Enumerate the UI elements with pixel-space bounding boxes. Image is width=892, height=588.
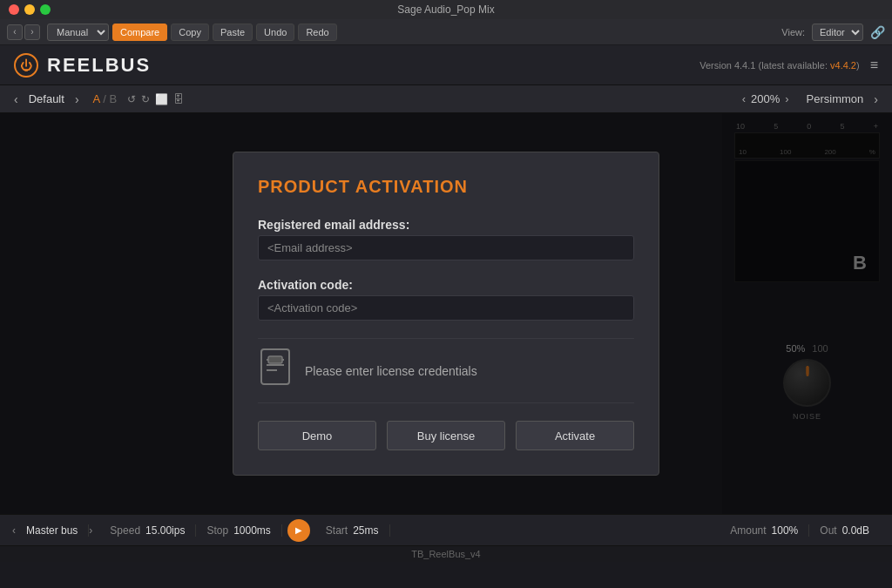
demo-button[interactable]: Demo [258,421,376,450]
toolbar-nav: ‹ › [7,24,40,40]
start-label: Start [326,524,348,537]
email-input[interactable]: <Email address> [258,235,634,260]
view-select[interactable]: Editor [812,24,863,41]
preset-ab-label: A / B [93,92,118,105]
compare-button[interactable]: Compare [112,24,167,41]
start-section: Start 25ms [315,524,390,537]
master-bus-label: Master bus [26,524,78,537]
minimize-button[interactable] [24,4,35,15]
nav-back-button[interactable]: ‹ [7,24,23,40]
preset-next-button[interactable]: › [71,92,83,106]
right-sections: Amount 100% Out 0.0dB [720,524,880,537]
stop-label: Stop [206,524,228,537]
modal-title: PRODUCT ACTIVATION [258,177,634,197]
traffic-lights [9,4,51,15]
version-text: Version 4.4.1 (latest available: v4.4.2) [699,60,859,71]
preset-prev-button[interactable]: ‹ [10,92,22,106]
toolbar: ‹ › Manual Compare Copy Paste Undo Redo … [0,19,892,45]
zoom-controls: ‹ 200% › [742,92,789,105]
theme-next-button[interactable]: › [870,92,882,106]
modal-status: Please enter license credentials [258,338,634,403]
out-value: 0.0dB [842,524,869,537]
stop-section: Stop 1000ms [196,524,281,537]
bottom-bar: ‹ Master bus › Speed 15.00ips Stop 1000m… [0,514,892,545]
copy-preset-icon[interactable]: ⬜ [155,93,168,105]
power-button[interactable]: ⏻ [14,53,38,78]
speed-section: Speed 15.00ips [99,524,196,537]
code-label: Activation code: [258,278,634,292]
master-bus-section: Master bus [16,524,89,537]
save-preset-icon[interactable]: 🗄 [173,93,184,105]
buy-license-button[interactable]: Buy license [387,421,505,450]
view-label: View: [781,27,805,37]
undo-button[interactable]: Undo [256,24,294,41]
preset-bar: ‹ Default › A / B ↺ ↻ ⬜ 🗄 ‹ 200% › Persi… [0,85,892,113]
amount-section: Amount 100% [720,524,809,537]
code-input[interactable]: <Activation code> [258,295,634,321]
amount-label: Amount [730,524,766,537]
toolbar-right: View: Editor 🔗 [781,24,885,41]
link-icon[interactable]: 🔗 [870,25,885,39]
title-bar: Sage Audio_Pop Mix [0,0,892,19]
copy-button[interactable]: Copy [171,24,209,41]
undo-preset-icon[interactable]: ↺ [127,93,136,105]
redo-button[interactable]: Redo [298,24,336,41]
redo-preset-icon[interactable]: ↻ [141,93,150,105]
nav-forward-button[interactable]: › [24,24,40,40]
preset-name: Default [29,92,64,105]
footer: TB_ReelBus_v4 [0,545,892,562]
modal-overlay: PRODUCT ACTIVATION Registered email addr… [0,113,892,514]
start-value: 25ms [353,524,378,537]
maximize-button[interactable] [40,4,51,15]
speed-label: Speed [110,524,140,537]
speed-value: 15.00ips [145,524,185,537]
zoom-in-button[interactable]: › [785,92,788,105]
zoom-value: 200% [751,92,780,105]
status-text: Please enter license credentials [305,364,477,378]
product-activation-modal: PRODUCT ACTIVATION Registered email addr… [233,152,659,476]
footer-text: TB_ReelBus_v4 [411,549,481,559]
play-button[interactable]: ▶ [287,519,310,542]
window-title: Sage Audio_Pop Mix [397,3,494,16]
zoom-out-button[interactable]: ‹ [742,92,746,105]
svg-rect-0 [261,349,289,384]
activate-button[interactable]: Activate [516,421,634,450]
menu-icon[interactable]: ≡ [870,57,878,73]
theme-name: Persimmon [807,92,864,105]
svg-rect-4 [268,356,282,363]
out-label: Out [820,524,836,537]
master-bus-next[interactable]: › [89,524,92,537]
modal-buttons: Demo Buy license Activate [258,421,634,450]
close-button[interactable] [9,4,19,15]
plugin-name: REELBUS [47,54,151,77]
manual-select[interactable]: Manual [47,24,109,41]
stop-value: 1000ms [233,524,271,537]
plugin-main: – 50 40 30 20 0 0.01 0.1 1 [0,113,892,514]
paste-button[interactable]: Paste [213,24,253,41]
amount-value: 100% [772,524,799,537]
out-section: Out 0.0dB [809,524,880,537]
plugin-header: ⏻ REELBUS Version 4.4.1 (latest availabl… [0,45,892,85]
email-label: Registered email address: [258,218,634,232]
license-icon [258,348,293,394]
preset-icons: ↺ ↻ ⬜ 🗄 [127,93,184,105]
